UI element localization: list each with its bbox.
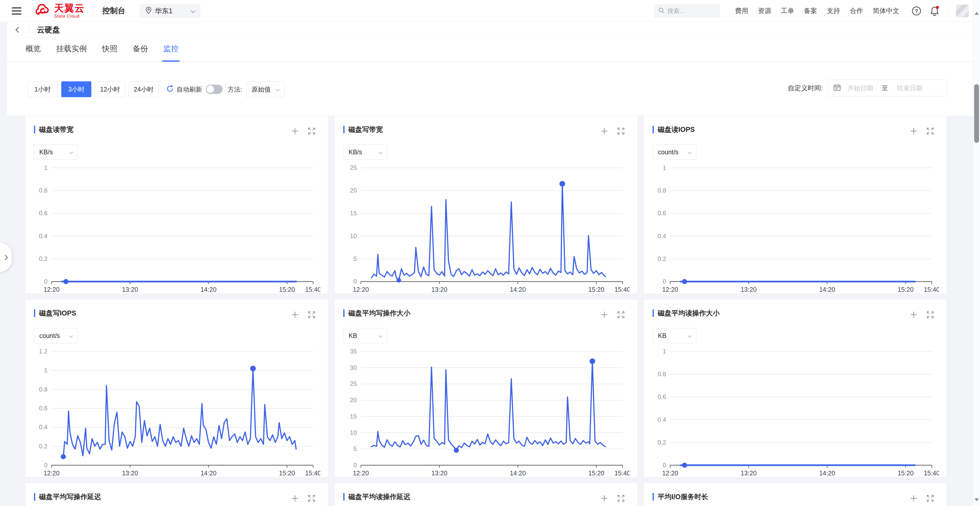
fullscreen-expand-icon[interactable] <box>307 127 316 135</box>
tab-monitoring[interactable]: 监控 <box>162 44 180 61</box>
back-icon[interactable] <box>16 27 21 33</box>
unit-select[interactable]: KB <box>343 328 387 343</box>
y-axis-tick-label: 1 <box>44 164 48 171</box>
y-axis-tick-label: 0.8 <box>658 371 666 378</box>
x-axis-tick-label: 12:20 <box>44 286 60 293</box>
console-link[interactable]: 控制台 <box>102 6 125 16</box>
y-axis-tick-label: 0 <box>44 278 48 285</box>
time-range-group: 1小时3小时12小时24小时 自动刷新 方法: 原始值 <box>27 81 285 97</box>
nav-link[interactable]: 简体中文 <box>873 6 899 15</box>
tab-2[interactable]: 快照 <box>101 44 118 61</box>
chart-card: 平均I/O服务时长 <box>644 483 947 506</box>
add-metric-icon[interactable] <box>600 127 608 135</box>
chart-grid: 磁盘读带宽KB/s00.20.40.60.8112:2013:2014:2015… <box>25 116 947 506</box>
add-metric-icon[interactable] <box>291 311 299 319</box>
fullscreen-expand-icon[interactable] <box>926 311 934 319</box>
nav-link[interactable]: 工单 <box>781 6 794 15</box>
add-metric-icon[interactable] <box>291 495 299 502</box>
x-axis-tick-label: 14:20 <box>819 470 835 477</box>
time-range-button[interactable]: 1小时 <box>27 81 58 97</box>
unit-value: count/s <box>39 332 60 339</box>
nav-link[interactable]: 资源 <box>758 6 771 15</box>
fullscreen-expand-icon[interactable] <box>617 127 625 135</box>
location-pin-icon <box>145 6 152 15</box>
y-axis-tick-label: 0.6 <box>39 209 48 217</box>
y-axis-tick-label: 0 <box>353 278 357 285</box>
unit-value: KB/s <box>348 148 362 156</box>
scroll-down-arrow-icon[interactable] <box>975 498 979 501</box>
add-metric-icon[interactable] <box>291 127 299 135</box>
unit-select[interactable]: KB/s <box>343 144 387 160</box>
chart-card-header: 平均I/O服务时长 <box>652 492 708 501</box>
tab-3[interactable]: 备份 <box>132 44 149 61</box>
x-axis-tick-label: 13:20 <box>431 286 447 293</box>
hamburger-menu-icon[interactable] <box>12 7 21 14</box>
data-point-marker <box>454 447 459 453</box>
nav-link[interactable]: 支持 <box>827 6 840 15</box>
x-axis-tick-label: 13:20 <box>122 470 138 477</box>
y-axis-tick-label: 0.8 <box>39 187 48 194</box>
fullscreen-expand-icon[interactable] <box>617 311 625 319</box>
x-axis-tick-label: 14:20 <box>510 286 526 293</box>
refresh-icon[interactable] <box>166 85 174 94</box>
chart-card-header: 磁盘平均写操作延迟 <box>34 492 101 501</box>
x-axis-tick-label: 13:20 <box>741 286 757 293</box>
fullscreen-expand-icon[interactable] <box>617 494 625 503</box>
user-avatar[interactable] <box>956 5 969 17</box>
logo-subtitle: State Cloud <box>54 14 85 18</box>
tab-0[interactable]: 概览 <box>24 44 42 61</box>
brand-logo[interactable]: 天翼云 State Cloud <box>35 3 85 18</box>
chart-card: 磁盘读IOPScount/s00.20.40.60.8112:2013:2014… <box>644 116 947 293</box>
auto-refresh-toggle[interactable] <box>206 85 223 94</box>
unit-value: KB/s <box>39 148 53 156</box>
auto-refresh-label: 自动刷新 <box>177 85 202 94</box>
scroll-up-arrow-icon[interactable] <box>975 12 979 15</box>
nav-link[interactable]: 费用 <box>735 6 748 15</box>
chevron-down-icon <box>69 333 73 338</box>
x-axis-tick-label: 15:40 <box>614 470 630 477</box>
notification-bell-icon[interactable] <box>929 5 940 17</box>
global-search[interactable] <box>654 4 720 18</box>
chart-card: 磁盘平均读操作大小KB00.20.40.60.8112:2013:2014:20… <box>644 299 947 477</box>
x-axis-tick-label: 14:20 <box>510 470 526 477</box>
x-axis-tick-label: 15:20 <box>897 286 914 293</box>
chevron-down-icon <box>379 333 383 338</box>
end-date-placeholder[interactable]: 结束日期 <box>897 84 922 92</box>
region-selector[interactable]: 华东1 <box>140 4 200 18</box>
unit-select[interactable]: KB <box>652 328 697 343</box>
nav-link[interactable]: 合作 <box>850 6 863 15</box>
add-metric-icon[interactable] <box>910 495 918 502</box>
y-axis-tick-label: 10 <box>350 233 357 240</box>
start-date-placeholder[interactable]: 开始日期 <box>848 84 873 92</box>
method-select[interactable]: 原始值 <box>246 81 285 97</box>
unit-select[interactable]: KB/s <box>34 144 78 160</box>
add-metric-icon[interactable] <box>600 495 608 502</box>
add-metric-icon[interactable] <box>600 311 608 319</box>
y-axis-tick-label: 1 <box>663 348 666 355</box>
chart-title: 磁盘读IOPS <box>658 125 695 134</box>
add-metric-icon[interactable] <box>910 127 918 135</box>
chevron-down-icon <box>191 8 195 13</box>
unit-select[interactable]: count/s <box>652 144 697 160</box>
add-metric-icon[interactable] <box>910 311 918 319</box>
chart-card-header: 磁盘平均写操作大小 <box>343 309 410 318</box>
nav-link[interactable]: 备案 <box>804 6 817 15</box>
tab-bar: 概览挂载实例快照备份监控 <box>7 38 980 62</box>
fullscreen-expand-icon[interactable] <box>926 127 934 135</box>
sidebar-expander[interactable] <box>0 243 12 272</box>
time-range-button[interactable]: 12小时 <box>95 81 125 97</box>
tab-1[interactable]: 挂载实例 <box>55 44 88 61</box>
scrollbar[interactable] <box>973 0 980 506</box>
time-range-button[interactable]: 24小时 <box>129 81 159 97</box>
fullscreen-expand-icon[interactable] <box>307 494 316 503</box>
time-range-button[interactable]: 3小时 <box>61 81 91 97</box>
date-range-picker[interactable]: 开始日期 至 结束日期 <box>827 79 947 97</box>
fullscreen-expand-icon[interactable] <box>307 311 316 319</box>
title-accent-bar <box>652 493 654 501</box>
y-axis-tick-label: 35 <box>350 348 357 355</box>
scrollbar-thumb[interactable] <box>974 84 979 143</box>
help-icon[interactable]: ? <box>911 5 922 17</box>
fullscreen-expand-icon[interactable] <box>926 494 934 503</box>
unit-select[interactable]: count/s <box>34 328 78 343</box>
search-input[interactable] <box>667 7 713 14</box>
